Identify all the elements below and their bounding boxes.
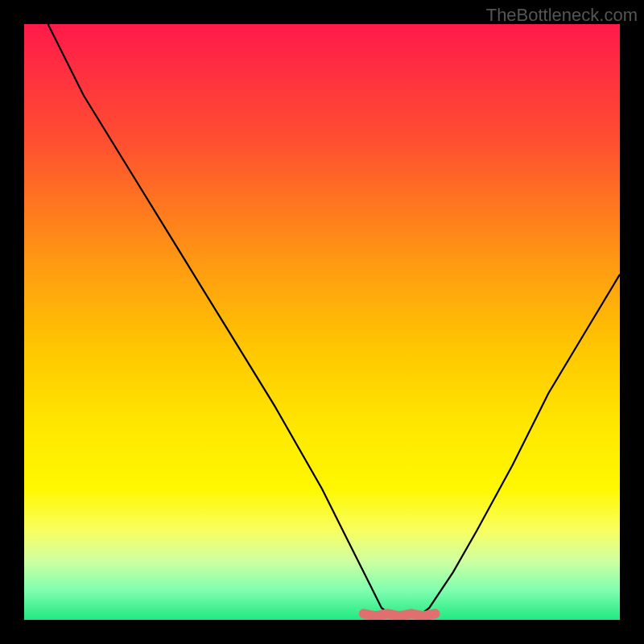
bottleneck-curve-line [48,24,620,617]
watermark-text: TheBottleneck.com [486,5,638,26]
optimal-range-marker [364,613,436,616]
chart-svg [24,24,620,620]
chart-plot-area [24,24,620,620]
